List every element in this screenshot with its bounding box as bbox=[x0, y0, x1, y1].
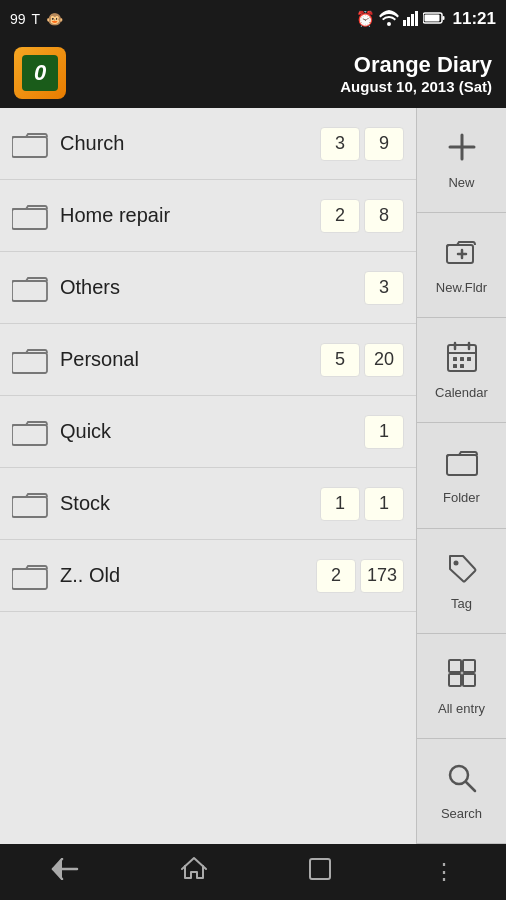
sidebar-btn-all-entry[interactable]: All entry bbox=[417, 634, 506, 739]
sidebar-btn-folder[interactable]: Folder bbox=[417, 423, 506, 528]
folder-count2: 20 bbox=[364, 343, 404, 377]
svg-rect-3 bbox=[415, 11, 418, 26]
app-header: 0 Orange Diary August 10, 2013 (Sat) bbox=[0, 38, 506, 108]
status-right: ⏰ 11:21 bbox=[356, 9, 496, 29]
svg-rect-1 bbox=[407, 17, 410, 26]
folder-item[interactable]: Church39 bbox=[0, 108, 416, 180]
folder-list: Church39 Home repair28 Others3 Personal5… bbox=[0, 108, 416, 844]
folder-icon bbox=[12, 130, 48, 158]
svg-rect-31 bbox=[463, 660, 475, 672]
new-icon bbox=[445, 130, 479, 171]
folder-name: Stock bbox=[60, 492, 316, 515]
home-button[interactable] bbox=[161, 848, 227, 896]
folder-item[interactable]: Stock11 bbox=[0, 468, 416, 540]
folder-count2: 8 bbox=[364, 199, 404, 233]
sidebar-btn-tag[interactable]: Tag bbox=[417, 529, 506, 634]
folder-item[interactable]: Z.. Old2173 bbox=[0, 540, 416, 612]
folder-item[interactable]: Personal520 bbox=[0, 324, 416, 396]
calendar-label: Calendar bbox=[435, 385, 488, 400]
wifi-icon bbox=[379, 10, 399, 29]
app-date: August 10, 2013 (Sat) bbox=[340, 78, 492, 95]
svg-rect-24 bbox=[460, 357, 464, 361]
svg-rect-27 bbox=[460, 364, 464, 368]
folder-count1: 1 bbox=[320, 487, 360, 521]
calendar-icon bbox=[445, 340, 479, 381]
folder-icon bbox=[445, 445, 479, 486]
svg-rect-12 bbox=[12, 497, 47, 517]
new-label: New bbox=[448, 175, 474, 190]
svg-rect-28 bbox=[447, 455, 477, 475]
svg-rect-11 bbox=[12, 425, 47, 445]
sidebar-btn-search[interactable]: Search bbox=[417, 739, 506, 844]
status-icon-monkey: 🐵 bbox=[46, 11, 63, 27]
folder-count1: 2 bbox=[316, 559, 356, 593]
right-sidebar: New New.Fldr Calendar Folder Tag All ent… bbox=[416, 108, 506, 844]
svg-rect-25 bbox=[467, 357, 471, 361]
folder-count1: 2 bbox=[320, 199, 360, 233]
nav-bar: ⋮ bbox=[0, 844, 506, 900]
all-entry-label: All entry bbox=[438, 701, 485, 716]
svg-rect-23 bbox=[453, 357, 457, 361]
svg-rect-33 bbox=[463, 674, 475, 686]
folder-icon bbox=[12, 490, 48, 518]
folder-label: Folder bbox=[443, 490, 480, 505]
folder-count2: 3 bbox=[364, 271, 404, 305]
folder-count2: 173 bbox=[360, 559, 404, 593]
sidebar-btn-calendar[interactable]: Calendar bbox=[417, 318, 506, 423]
svg-rect-13 bbox=[12, 569, 47, 589]
folder-item[interactable]: Quick1 bbox=[0, 396, 416, 468]
new-folder-icon bbox=[445, 235, 479, 276]
tag-label: Tag bbox=[451, 596, 472, 611]
folder-name: Home repair bbox=[60, 204, 316, 227]
app-icon: 0 bbox=[14, 47, 66, 99]
signal-icon bbox=[403, 10, 419, 29]
back-button[interactable] bbox=[31, 850, 99, 894]
more-options-button[interactable]: ⋮ bbox=[413, 851, 475, 893]
folder-name: Church bbox=[60, 132, 316, 155]
folder-count2: 1 bbox=[364, 487, 404, 521]
folder-name: Others bbox=[60, 276, 360, 299]
folder-name: Personal bbox=[60, 348, 316, 371]
app-title-block: Orange Diary August 10, 2013 (Sat) bbox=[80, 52, 492, 95]
folder-icon bbox=[12, 346, 48, 374]
folder-item[interactable]: Others3 bbox=[0, 252, 416, 324]
search-label: Search bbox=[441, 806, 482, 821]
folder-name: Quick bbox=[60, 420, 360, 443]
main-layout: Church39 Home repair28 Others3 Personal5… bbox=[0, 108, 506, 844]
svg-rect-5 bbox=[442, 16, 444, 20]
all-entry-icon bbox=[445, 656, 479, 697]
svg-rect-9 bbox=[12, 281, 47, 301]
svg-rect-30 bbox=[449, 660, 461, 672]
folder-icon bbox=[12, 562, 48, 590]
folder-count2: 1 bbox=[364, 415, 404, 449]
svg-point-29 bbox=[453, 560, 458, 565]
recent-apps-button[interactable] bbox=[289, 850, 351, 894]
alarm-icon: ⏰ bbox=[356, 10, 375, 28]
status-left: 99 T 🐵 bbox=[10, 11, 63, 27]
folder-item[interactable]: Home repair28 bbox=[0, 180, 416, 252]
svg-rect-32 bbox=[449, 674, 461, 686]
tag-icon bbox=[445, 551, 479, 592]
folder-count1: 5 bbox=[320, 343, 360, 377]
svg-rect-6 bbox=[424, 14, 439, 21]
svg-rect-8 bbox=[12, 209, 47, 229]
folder-icon bbox=[12, 274, 48, 302]
svg-rect-7 bbox=[12, 137, 47, 157]
new-folder-label: New.Fldr bbox=[436, 280, 487, 295]
time-display: 11:21 bbox=[453, 9, 496, 29]
sidebar-btn-new-folder[interactable]: New.Fldr bbox=[417, 213, 506, 318]
folder-name: Z.. Old bbox=[60, 564, 312, 587]
app-icon-letter: 0 bbox=[22, 55, 58, 91]
status-icon-t: T bbox=[32, 11, 41, 27]
svg-rect-26 bbox=[453, 364, 457, 368]
svg-rect-0 bbox=[403, 20, 406, 26]
folder-icon bbox=[12, 202, 48, 230]
folder-count2: 9 bbox=[364, 127, 404, 161]
svg-rect-2 bbox=[411, 14, 414, 26]
svg-rect-37 bbox=[310, 859, 330, 879]
app-title: Orange Diary bbox=[354, 52, 492, 78]
status-bar: 99 T 🐵 ⏰ 11:21 bbox=[0, 0, 506, 38]
sidebar-btn-new[interactable]: New bbox=[417, 108, 506, 213]
search-icon bbox=[445, 761, 479, 802]
battery-level: 99 bbox=[10, 11, 26, 27]
